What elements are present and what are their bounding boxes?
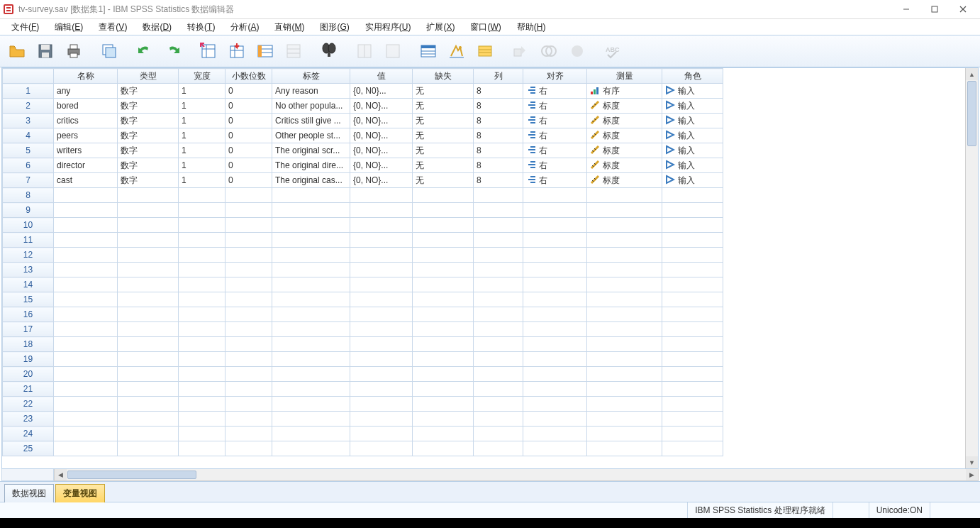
cell-empty[interactable] bbox=[662, 352, 723, 367]
cell-empty[interactable] bbox=[225, 397, 272, 412]
cell-name[interactable]: bored bbox=[54, 99, 118, 114]
cell-columns_w[interactable]: 8 bbox=[474, 99, 523, 114]
cell-missing[interactable]: 无 bbox=[413, 143, 474, 158]
cell-values[interactable]: {0, NO}... bbox=[350, 99, 413, 114]
cell-empty[interactable] bbox=[179, 367, 225, 382]
redo-icon[interactable] bbox=[160, 38, 186, 64]
row-number[interactable]: 2 bbox=[3, 99, 54, 114]
cell-decimals[interactable]: 0 bbox=[225, 84, 272, 99]
cell-empty[interactable] bbox=[272, 188, 350, 203]
cell-empty[interactable] bbox=[350, 427, 413, 441]
menu-item[interactable]: 数据(D) bbox=[135, 20, 179, 35]
table-row[interactable]: 1any数字10Any reason{0, N0}...无8右有序输入 bbox=[3, 84, 723, 99]
cell-align[interactable]: 右 bbox=[523, 158, 587, 173]
cell-role[interactable]: 输入 bbox=[662, 143, 723, 158]
cell-empty[interactable] bbox=[587, 382, 662, 397]
cell-empty[interactable] bbox=[118, 307, 179, 322]
row-number[interactable]: 16 bbox=[3, 307, 54, 322]
cell-empty[interactable] bbox=[662, 441, 723, 456]
cell-empty[interactable] bbox=[54, 382, 118, 397]
scroll-down-arrow-icon[interactable]: ▼ bbox=[966, 456, 978, 468]
cell-empty[interactable] bbox=[587, 292, 662, 307]
table-row-empty[interactable]: 18 bbox=[3, 337, 723, 352]
cell-empty[interactable] bbox=[54, 248, 118, 263]
cell-empty[interactable] bbox=[350, 322, 413, 337]
cell-empty[interactable] bbox=[413, 203, 474, 218]
cell-empty[interactable] bbox=[662, 203, 723, 218]
scroll-up-arrow-icon[interactable]: ▲ bbox=[966, 68, 978, 80]
cell-empty[interactable] bbox=[413, 248, 474, 263]
cell-empty[interactable] bbox=[179, 233, 225, 248]
cell-missing[interactable]: 无 bbox=[413, 158, 474, 173]
menu-item[interactable]: 查看(V) bbox=[91, 20, 134, 35]
cell-empty[interactable] bbox=[587, 248, 662, 263]
find-icon[interactable] bbox=[316, 38, 342, 64]
column-header-align[interactable]: 对齐 bbox=[523, 69, 587, 84]
value-labels-icon[interactable] bbox=[444, 38, 469, 64]
cell-empty[interactable] bbox=[118, 382, 179, 397]
cell-empty[interactable] bbox=[662, 307, 723, 322]
cell-name[interactable]: critics bbox=[54, 114, 118, 128]
cell-empty[interactable] bbox=[179, 277, 225, 292]
table-row[interactable]: 3critics数字10Critics still give ...{0, NO… bbox=[3, 114, 723, 128]
row-number[interactable]: 25 bbox=[3, 441, 54, 456]
cell-empty[interactable] bbox=[118, 397, 179, 412]
cell-empty[interactable] bbox=[225, 412, 272, 427]
cell-measure[interactable]: 标度 bbox=[587, 158, 662, 173]
cell-empty[interactable] bbox=[225, 218, 272, 233]
menu-item[interactable]: 图形(G) bbox=[313, 20, 356, 35]
menu-item[interactable]: 窗口(W) bbox=[463, 20, 508, 35]
cell-empty[interactable] bbox=[272, 322, 350, 337]
cell-role[interactable]: 输入 bbox=[662, 158, 723, 173]
cell-empty[interactable] bbox=[474, 322, 523, 337]
cell-empty[interactable] bbox=[272, 441, 350, 456]
cell-decimals[interactable]: 0 bbox=[225, 128, 272, 143]
row-number[interactable]: 4 bbox=[3, 128, 54, 143]
cell-empty[interactable] bbox=[474, 233, 523, 248]
cell-empty[interactable] bbox=[350, 337, 413, 352]
cell-empty[interactable] bbox=[587, 203, 662, 218]
cell-empty[interactable] bbox=[350, 307, 413, 322]
cell-align[interactable]: 右 bbox=[523, 99, 587, 114]
cell-width[interactable]: 1 bbox=[179, 99, 225, 114]
cell-empty[interactable] bbox=[662, 263, 723, 277]
cell-values[interactable]: {0, N0}... bbox=[350, 84, 413, 99]
cell-empty[interactable] bbox=[272, 292, 350, 307]
cell-empty[interactable] bbox=[662, 233, 723, 248]
row-number[interactable]: 18 bbox=[3, 337, 54, 352]
cell-empty[interactable] bbox=[225, 233, 272, 248]
cell-empty[interactable] bbox=[179, 352, 225, 367]
cell-role[interactable]: 输入 bbox=[662, 84, 723, 99]
cell-empty[interactable] bbox=[118, 248, 179, 263]
cell-decimals[interactable]: 0 bbox=[225, 143, 272, 158]
recall-dialog-icon[interactable] bbox=[96, 38, 122, 64]
cell-label[interactable]: The original dire... bbox=[272, 158, 350, 173]
cell-empty[interactable] bbox=[350, 382, 413, 397]
cell-empty[interactable] bbox=[54, 322, 118, 337]
cell-empty[interactable] bbox=[225, 292, 272, 307]
table-row-empty[interactable]: 15 bbox=[3, 292, 723, 307]
table-row-empty[interactable]: 20 bbox=[3, 367, 723, 382]
menu-item[interactable]: 编辑(E) bbox=[48, 20, 90, 35]
cell-values[interactable]: {0, NO}... bbox=[350, 128, 413, 143]
cell-name[interactable]: cast bbox=[54, 173, 118, 188]
cell-empty[interactable] bbox=[54, 412, 118, 427]
cell-type[interactable]: 数字 bbox=[118, 143, 179, 158]
row-number[interactable]: 8 bbox=[3, 188, 54, 203]
table-row-empty[interactable]: 17 bbox=[3, 322, 723, 337]
cell-empty[interactable] bbox=[225, 263, 272, 277]
table-row-empty[interactable]: 10 bbox=[3, 218, 723, 233]
cell-empty[interactable] bbox=[474, 441, 523, 456]
cell-empty[interactable] bbox=[118, 412, 179, 427]
cell-empty[interactable] bbox=[523, 188, 587, 203]
cell-empty[interactable] bbox=[474, 292, 523, 307]
cell-empty[interactable] bbox=[474, 427, 523, 441]
cell-empty[interactable] bbox=[474, 352, 523, 367]
cell-empty[interactable] bbox=[523, 263, 587, 277]
row-number[interactable]: 10 bbox=[3, 218, 54, 233]
cell-empty[interactable] bbox=[118, 188, 179, 203]
cell-empty[interactable] bbox=[54, 263, 118, 277]
cell-empty[interactable] bbox=[523, 307, 587, 322]
cell-empty[interactable] bbox=[587, 188, 662, 203]
goto-variable-icon[interactable] bbox=[224, 38, 250, 64]
